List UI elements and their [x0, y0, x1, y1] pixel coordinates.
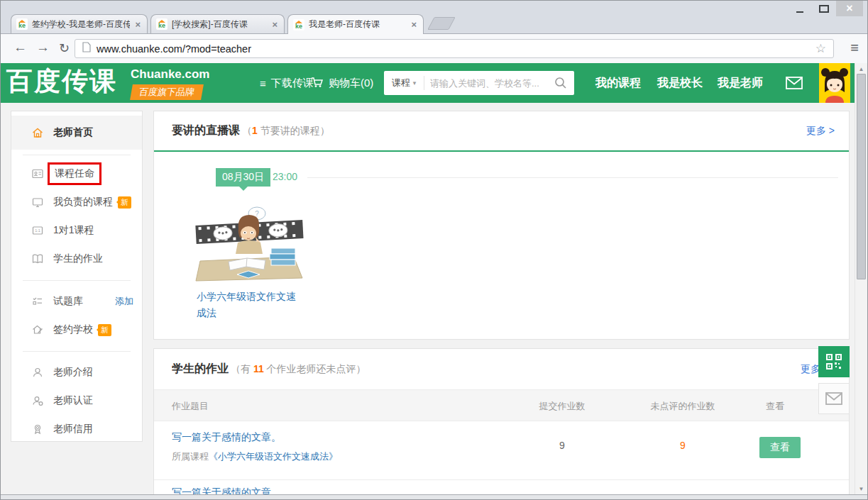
sidebar-item-signed-schools[interactable]: 签约学校 新 — [11, 316, 142, 344]
sidebar-item-1on1-courses[interactable]: 1:1 1对1课程 — [11, 216, 142, 245]
browser-toolbar: ← → ↻ www.chuanke.com/?mod=teacher ☆ ≡ — [1, 34, 867, 63]
new-badge: 新 — [118, 196, 131, 209]
maximize-button[interactable] — [812, 1, 836, 16]
qr-code-button[interactable] — [818, 346, 850, 377]
id-card-icon — [31, 167, 44, 180]
user-avatar[interactable] — [819, 63, 850, 103]
live-panel-header: 要讲的直播课 （1 节要讲的课程） 更多 > — [154, 111, 849, 152]
url-text[interactable]: www.chuanke.com/?mod=teacher — [97, 43, 815, 55]
sidebar: 老师首页 课程任命 我负责的课程 新 1:1 1对1课程 学 — [11, 111, 143, 442]
reload-icon[interactable]: ↻ — [59, 40, 70, 56]
search-box: 课程 ▾ — [384, 71, 574, 95]
sidebar-item-label: 1对1课程 — [53, 224, 94, 237]
medal-icon — [31, 423, 44, 435]
live-date-badge: 08月30日 — [216, 168, 270, 187]
homework-panel-title: 学生的作业 — [172, 362, 229, 377]
homework-panel-header: 学生的作业 （有 11 个作业老师还未点评） 更多 > — [154, 349, 849, 390]
page-icon — [82, 42, 91, 55]
live-course-link[interactable]: 小学六年级语文作文速 成法 — [197, 289, 321, 321]
monitor-icon — [31, 196, 44, 209]
course-prefix: 所属课程 — [172, 451, 209, 462]
divider — [23, 280, 131, 281]
site-header: 百度传课 Chuanke.com 百度旗下品牌 ≡ 下载传课 购物车(0) 课程… — [1, 63, 867, 103]
sidebar-item-question-bank[interactable]: 试题库 添加 — [11, 287, 142, 316]
nav-i-am-principal[interactable]: 我是校长 — [657, 63, 703, 103]
col-unreviewed-count: 未点评的作业数 — [637, 400, 729, 413]
new-tab-button[interactable] — [427, 17, 456, 30]
nav-i-am-teacher[interactable]: 我是老师 — [718, 63, 763, 103]
scroll-up-icon[interactable]: ▲ — [855, 66, 867, 72]
course-link[interactable]: 《小学六年级语文作文速成法》 — [209, 451, 338, 462]
messages-icon[interactable] — [786, 77, 803, 92]
book-icon — [31, 252, 44, 265]
brand-badge: 百度旗下品牌 — [130, 84, 204, 100]
hamburger-icon: ≡ — [260, 77, 266, 89]
cart-icon — [311, 77, 324, 90]
close-button[interactable]: × — [836, 1, 863, 16]
nav-my-courses[interactable]: 我的课程 — [595, 63, 641, 103]
chuanke-favicon: ke — [156, 18, 167, 30]
homework-table-row: 写一篇关于感情的文章。 所属课程《小学六年级语文作文速成法》 9 9 查看 — [154, 421, 849, 480]
view-button[interactable]: 查看 — [759, 437, 801, 458]
tab-title: 我是老师-百度传课 — [309, 18, 406, 30]
home-icon — [31, 126, 44, 139]
cart-link[interactable]: 购物车(0) — [311, 63, 373, 103]
minimize-button[interactable] — [788, 1, 812, 16]
sidebar-item-teacher-home[interactable]: 老师首页 — [11, 116, 142, 150]
download-link[interactable]: ≡ 下载传课 — [260, 63, 314, 103]
feedback-mail-button[interactable] — [818, 383, 850, 414]
browser-menu-icon[interactable]: ≡ — [850, 40, 859, 56]
live-more-link[interactable]: 更多 > — [806, 125, 835, 138]
back-icon[interactable]: ← — [13, 40, 27, 55]
school-house-icon — [31, 323, 44, 336]
person-check-icon — [31, 394, 44, 407]
search-icon[interactable] — [547, 77, 574, 89]
sidebar-item-teacher-certification[interactable]: 老师认证 — [11, 387, 142, 415]
tab-close-icon[interactable]: × — [270, 19, 279, 30]
cart-label: 购物车(0) — [329, 77, 373, 90]
window-controls: × — [788, 1, 863, 16]
divider — [23, 155, 131, 155]
sidebar-item-label-annotated: 课程任命 — [48, 162, 101, 185]
sidebar-item-label: 老师介绍 — [53, 366, 93, 379]
browser-window: ke 签约学校-我是老师-百度传 × ke [学校搜索]-百度传课 × ke 我… — [0, 0, 868, 500]
checklist-icon — [31, 295, 44, 308]
sidebar-item-label: 老师信用 — [53, 423, 93, 435]
add-link[interactable]: 添加 — [115, 295, 133, 308]
sidebar-item-my-courses[interactable]: 我负责的课程 新 — [11, 188, 142, 216]
browser-tab-1[interactable]: ke 签约学校-我是老师-百度传 × — [11, 14, 148, 33]
chuanke-favicon: ke — [16, 18, 28, 30]
live-time: 23:00 — [273, 171, 297, 182]
tab-close-icon[interactable]: × — [133, 19, 142, 30]
live-course-count: 1 — [252, 125, 258, 136]
sidebar-item-student-homework[interactable]: 学生的作业 — [11, 245, 142, 273]
site-logo-domain: Chuanke.com — [131, 67, 209, 82]
sidebar-item-course-appointment[interactable]: 课程任命 — [11, 160, 142, 188]
homework-title-link[interactable]: 写一篇关于感情的文章。 — [172, 431, 281, 444]
sidebar-item-teacher-credit[interactable]: 老师信用 — [11, 415, 142, 443]
page-scrollbar[interactable]: ▲ ▼ — [855, 63, 867, 495]
chevron-down-icon: ▾ — [413, 79, 417, 87]
forward-icon[interactable]: → — [36, 40, 50, 55]
sidebar-item-label: 老师首页 — [53, 126, 93, 139]
browser-tab-3-active[interactable]: ke 我是老师-百度传课 × — [287, 14, 424, 34]
scrollbar-thumb[interactable] — [857, 74, 866, 279]
timeline-line — [307, 177, 838, 178]
scroll-down-icon[interactable]: ▼ — [855, 486, 867, 492]
bookmark-star-icon[interactable]: ☆ — [815, 41, 826, 56]
search-input[interactable] — [424, 78, 547, 89]
sidebar-item-label: 学生的作业 — [53, 252, 103, 265]
sidebar-item-teacher-intro[interactable]: 老师介绍 — [11, 358, 142, 387]
tab-title: 签约学校-我是老师-百度传 — [32, 18, 130, 30]
sidebar-item-label: 我负责的课程 — [53, 196, 113, 209]
browser-tab-2[interactable]: ke [学校搜索]-百度传课 × — [150, 14, 285, 33]
site-logo[interactable]: 百度传课 — [6, 64, 117, 99]
svg-text:?: ? — [255, 210, 259, 218]
search-category-dropdown[interactable]: 课程 ▾ — [384, 76, 424, 90]
course-thumbnail[interactable]: ? — [194, 206, 304, 285]
person-icon — [31, 366, 44, 379]
tab-close-icon[interactable]: × — [410, 19, 418, 30]
tab-strip: ke 签约学校-我是老师-百度传 × ke [学校搜索]-百度传课 × ke 我… — [1, 1, 867, 34]
download-label: 下载传课 — [271, 77, 314, 90]
address-bar[interactable]: www.chuanke.com/?mod=teacher ☆ — [75, 39, 834, 58]
